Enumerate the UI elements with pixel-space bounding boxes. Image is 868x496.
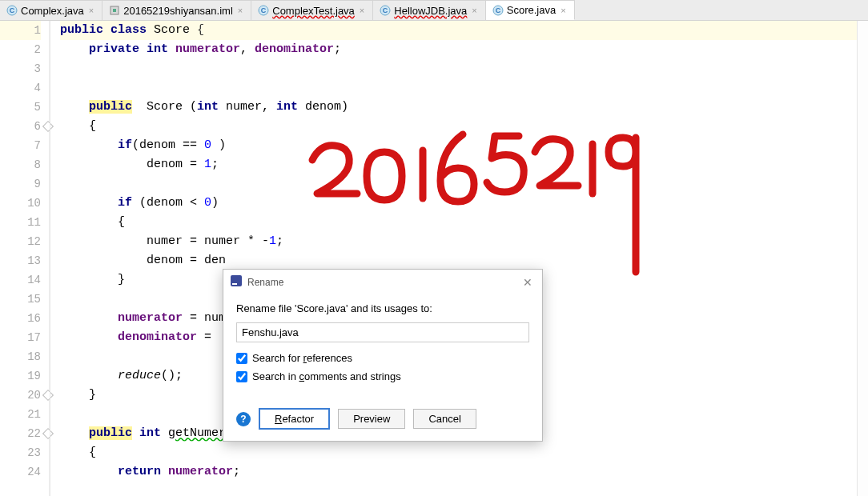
search-references-checkbox[interactable]: Search for references (236, 352, 529, 364)
code-line (60, 59, 868, 78)
tab-label: HellowJDB.java (394, 5, 467, 17)
code-line: denom = den (60, 251, 868, 270)
intellij-icon (230, 274, 243, 290)
rename-dialog: Rename ✕ Rename file 'Score.java' and it… (223, 269, 543, 442)
line-number: 11 (0, 213, 41, 232)
code-line: { (60, 443, 868, 462)
checkbox[interactable] (236, 353, 247, 364)
checkbox[interactable] (236, 371, 247, 382)
editor-tabs: C Complex.java × 20165219shiyansan.iml ×… (0, 0, 868, 21)
svg-rect-11 (232, 283, 237, 285)
line-number: 22 (0, 424, 41, 443)
line-number: 9 (0, 174, 41, 194)
java-class-icon: C (6, 5, 18, 16)
svg-rect-3 (113, 9, 116, 12)
java-class-icon: C (380, 5, 391, 16)
close-icon[interactable]: × (89, 6, 94, 15)
line-number: 19 (0, 366, 41, 386)
svg-text:C: C (10, 6, 15, 14)
rename-input[interactable] (236, 322, 529, 342)
dialog-titlebar[interactable]: Rename ✕ (223, 270, 542, 294)
line-number: 20 (0, 386, 41, 405)
cancel-button[interactable]: Cancel (413, 409, 476, 429)
line-number: 8 (0, 155, 41, 174)
close-icon[interactable]: × (472, 6, 476, 15)
line-number: 4 (0, 78, 41, 98)
code-line: { (60, 117, 868, 136)
preview-button[interactable]: Preview (338, 409, 405, 429)
code-line: public Score (int numer, int denom) (60, 98, 868, 117)
line-number: 16 (0, 309, 41, 328)
code-line (60, 174, 868, 194)
help-icon[interactable]: ? (236, 412, 251, 426)
search-comments-checkbox[interactable]: Search in comments and strings (236, 370, 529, 382)
code-line: private int numerator, denominator; (60, 40, 868, 59)
tab-hellowjdb-java[interactable]: C HellowJDB.java × (373, 0, 485, 20)
tab-label: Complex.java (21, 5, 84, 17)
line-number: 6 (0, 117, 41, 136)
line-number: 3 (0, 59, 41, 78)
dialog-title: Rename (247, 277, 283, 288)
code-line: { (60, 213, 868, 232)
refactor-button[interactable]: Refactor (259, 408, 330, 430)
line-number: 13 (0, 251, 41, 270)
line-number: 23 (0, 443, 41, 462)
tab-complextest-java[interactable]: C ComplexTest.java × (251, 0, 373, 20)
java-class-icon: C (258, 5, 269, 16)
line-number: 10 (0, 194, 41, 213)
rename-prompt-label: Rename file 'Score.java' and its usages … (236, 302, 529, 314)
svg-text:C: C (383, 6, 388, 14)
line-number: 2 (0, 40, 41, 59)
code-line: if(denom == 0 ) (60, 136, 868, 155)
line-number: 18 (0, 347, 41, 366)
line-number: 24 (0, 462, 41, 482)
svg-text:C: C (261, 6, 267, 14)
close-icon[interactable]: ✕ (520, 276, 536, 289)
code-line: numer = numer * -1; (60, 232, 868, 251)
line-number: 12 (0, 232, 41, 251)
tab-score-java[interactable]: C Score.java × (486, 0, 575, 20)
svg-text:C: C (496, 6, 501, 14)
tab-label: ComplexTest.java (272, 5, 355, 17)
iml-icon (109, 5, 120, 16)
close-icon[interactable]: × (238, 6, 243, 15)
java-class-icon: C (492, 5, 504, 16)
close-icon[interactable]: × (360, 6, 364, 15)
line-number: 21 (0, 405, 41, 424)
line-number: 5 (0, 98, 41, 117)
line-number: 17 (0, 328, 41, 347)
code-line: return numerator; (60, 462, 868, 482)
close-icon[interactable]: × (561, 6, 565, 15)
tab-complex-java[interactable]: C Complex.java × (0, 0, 102, 20)
editor-marker-strip (857, 21, 868, 496)
tab-label: Score.java (507, 4, 556, 16)
code-line: public class Score { (60, 21, 868, 40)
code-line (60, 78, 868, 98)
code-line: denom = 1; (60, 155, 868, 174)
line-number: 15 (0, 290, 41, 309)
line-number: 1 (0, 21, 41, 40)
code-line: if (denom < 0) (60, 194, 868, 213)
line-number: 14 (0, 270, 41, 290)
tab-shiyansan-iml[interactable]: 20165219shiyansan.iml × (102, 0, 251, 20)
gutter: 1 2 3 4 5 6 7 8 9 10 11 12 13 14 15 16 1… (0, 21, 50, 496)
tab-label: 20165219shiyansan.iml (123, 5, 233, 17)
line-number: 7 (0, 136, 41, 155)
